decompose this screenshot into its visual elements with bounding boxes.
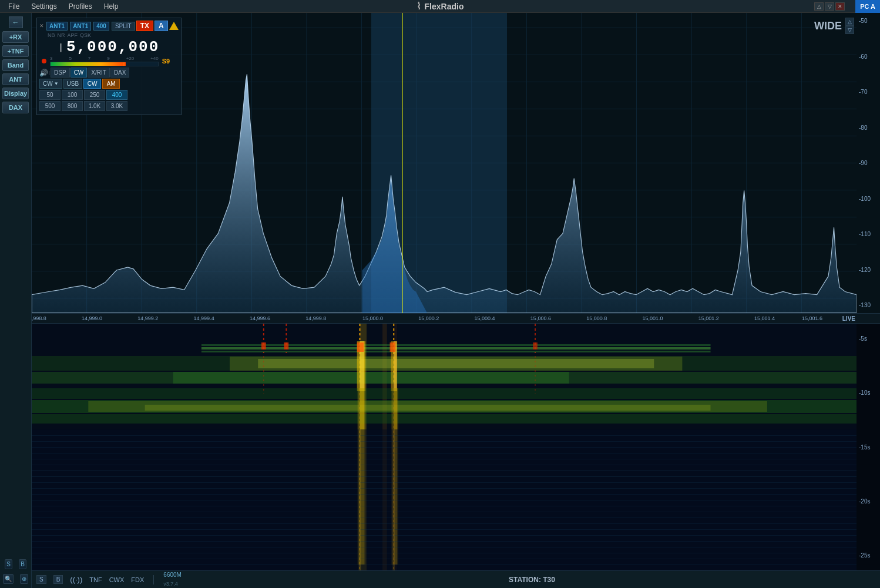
svg-rect-79 — [32, 518, 857, 518]
cwx-label: CWX — [109, 576, 125, 583]
tab-dax[interactable]: DAX — [110, 68, 130, 78]
status-cwx[interactable]: CWX — [109, 576, 125, 583]
dax-button[interactable]: DAX — [2, 102, 29, 113]
main-area: ← +RX +TNF Band ANT Display DAX S B 🔍 ⊕ — [0, 13, 880, 588]
yellow-arrow-indicator — [169, 22, 179, 30]
db-minus100: -100 — [859, 196, 878, 202]
apf-label[interactable]: APF — [68, 32, 78, 38]
svg-rect-82 — [32, 535, 857, 536]
display-button[interactable]: Display — [2, 88, 29, 99]
panel-row-filters-2: 500 800 1.0K 3.0K — [39, 101, 179, 111]
freq-15000.2: 15,000.2 — [418, 315, 439, 321]
filter-250[interactable]: 250 — [84, 90, 105, 100]
svg-rect-38 — [201, 344, 711, 346]
freq-14999.0: 14,999.0 — [82, 315, 102, 321]
svg-rect-87 — [32, 565, 857, 565]
status-tnf[interactable]: TNF — [89, 576, 102, 583]
brand: ⌇ FlexRadio — [417, 1, 464, 12]
ant2-badge[interactable]: ANT1 — [70, 22, 91, 31]
radio-control-panel: ✕ ANT1 ANT1 400 SPLIT TX A NB NR APF QSK — [36, 18, 182, 115]
mode-usb[interactable]: USB — [63, 79, 83, 89]
spectrum-expand-button[interactable]: △ — [845, 18, 854, 26]
filter-50[interactable]: 50 — [39, 90, 61, 100]
back-button[interactable]: ← — [9, 16, 23, 28]
time-15s: -15s — [859, 444, 878, 451]
frequency-display: 5,000,000 — [66, 39, 159, 55]
tnf-label: TNF — [89, 576, 102, 583]
status-b-button[interactable]: B — [53, 575, 63, 584]
freq-15001.4: 15,001.4 — [754, 315, 775, 321]
svg-rect-45 — [258, 359, 654, 368]
b-icon: B — [53, 575, 63, 584]
volume-icon[interactable]: 🔊 — [39, 69, 48, 77]
ant-button[interactable]: ANT — [2, 73, 29, 85]
svg-rect-76 — [32, 500, 857, 500]
filter-800[interactable]: 800 — [62, 101, 83, 111]
filter-400[interactable]: 400 — [106, 90, 127, 100]
time-10s: -10s — [859, 389, 878, 396]
wave-icon: ((·)) — [70, 575, 82, 584]
restore-button[interactable]: ▽ — [825, 2, 834, 11]
db-minus80: -80 — [859, 125, 878, 131]
svg-rect-77 — [32, 506, 857, 506]
b-button[interactable]: B — [19, 559, 26, 569]
svg-rect-83 — [32, 541, 857, 542]
s-button[interactable]: S — [5, 559, 12, 569]
menu-settings[interactable]: Settings — [25, 1, 62, 12]
split-badge[interactable]: SPLIT — [112, 22, 135, 31]
svg-rect-54 — [533, 342, 538, 350]
frequency-scale: 14,998.8 14,999.0 14,999.2 14,999.4 14,9… — [32, 313, 880, 324]
model-label: 6600M — [163, 572, 182, 579]
band-button[interactable]: Band — [2, 59, 29, 71]
add-rx-button[interactable]: +RX — [2, 31, 29, 43]
panel-row-1: ✕ ANT1 ANT1 400 SPLIT TX A — [39, 21, 179, 31]
time-5s: -5s — [859, 335, 878, 342]
panel-row-nb: NB NR APF QSK — [39, 32, 179, 38]
menu-help[interactable]: Help — [98, 1, 125, 12]
ant1-badge[interactable]: ANT1 — [46, 22, 68, 31]
close-button[interactable]: ✕ — [835, 2, 845, 11]
nb-label[interactable]: NB — [48, 32, 55, 38]
tx-badge[interactable]: TX — [136, 21, 153, 31]
svg-rect-85 — [32, 553, 857, 553]
qsk-label[interactable]: QSK — [80, 32, 91, 38]
a-badge[interactable]: A — [154, 21, 168, 31]
svg-rect-84 — [32, 547, 857, 547]
panel-row-freq: | 5,000,000 — [39, 39, 179, 55]
nr-label[interactable]: NR — [58, 32, 65, 38]
status-s-button[interactable]: S — [36, 575, 46, 584]
mode-am[interactable]: AM — [102, 79, 120, 89]
mode-cw[interactable]: CW — [83, 79, 101, 89]
pc-badge: PC A — [855, 0, 880, 13]
svg-rect-65 — [32, 435, 857, 436]
tab-xrit[interactable]: X/RIT — [88, 68, 110, 78]
menu-file[interactable]: File — [2, 1, 25, 12]
filter-500[interactable]: 500 — [39, 101, 61, 111]
svg-rect-67 — [32, 447, 857, 448]
minimize-button[interactable]: △ — [814, 2, 824, 11]
svg-rect-55 — [32, 388, 857, 399]
menu-profiles[interactable]: Profiles — [63, 1, 98, 12]
spectrum-shrink-button[interactable]: ▽ — [845, 26, 854, 34]
svg-rect-57 — [32, 414, 857, 424]
svg-rect-70 — [32, 465, 857, 465]
filter-1k[interactable]: 1.0K — [84, 101, 105, 111]
tab-cw[interactable]: CW — [70, 68, 88, 78]
freq-15000.8: 15,000.8 — [586, 315, 607, 321]
add-tnf-button[interactable]: +TNF — [2, 45, 29, 57]
waterfall-display: -5s -10s -15s -20s -25s — [32, 324, 880, 570]
freq-15001.6: 15,001.6 — [802, 315, 822, 321]
tab-dsp[interactable]: DSP — [51, 68, 70, 78]
status-fdx[interactable]: FDX — [131, 576, 144, 583]
db-minus90: -90 — [859, 160, 878, 166]
search-button[interactable]: 🔍 — [3, 574, 14, 584]
svg-rect-59 — [145, 405, 711, 411]
svg-rect-81 — [32, 529, 857, 530]
bandwidth-badge[interactable]: 400 — [93, 22, 109, 31]
filter-3k[interactable]: 3.0K — [106, 101, 127, 111]
zoom-button[interactable]: ⊕ — [20, 574, 28, 584]
status-divider-1 — [153, 575, 154, 584]
filter-100[interactable]: 100 — [62, 90, 83, 100]
mode-cw-dropdown[interactable]: CW ▼ — [39, 79, 62, 89]
panel-row-tabs: 🔊 | DSP CW X/RIT DAX — [39, 68, 179, 78]
